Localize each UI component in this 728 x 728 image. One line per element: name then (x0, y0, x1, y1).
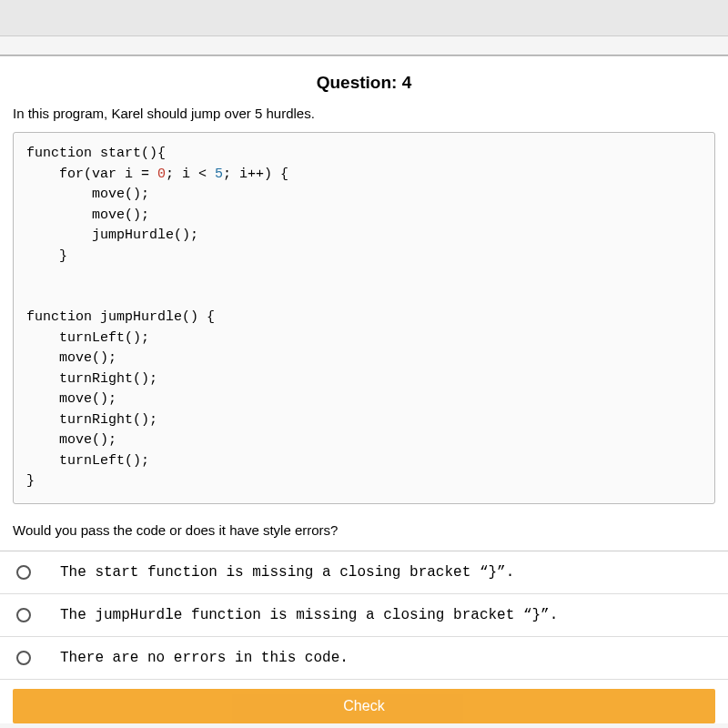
code-line: move(); (26, 187, 149, 202)
question-prompt: In this program, Karel should jump over … (0, 106, 728, 132)
code-line: turnLeft(); (26, 453, 149, 469)
option-label: There are no errors in this code. (60, 650, 349, 666)
radio-icon[interactable] (16, 608, 31, 622)
code-line: for(var i = (26, 167, 157, 182)
options-list: The start function is missing a closing … (0, 551, 728, 680)
radio-icon[interactable] (16, 651, 31, 665)
option-3[interactable]: There are no errors in this code. (0, 637, 728, 680)
check-button[interactable]: Check (13, 689, 715, 723)
option-label: The jumpHurdle function is missing a clo… (60, 607, 558, 623)
code-line: ; i++) { (223, 167, 288, 182)
option-label: The start function is missing a closing … (60, 564, 514, 581)
code-line: move(); (26, 350, 116, 366)
code-line: move(); (26, 207, 149, 223)
code-number-five: 5 (215, 167, 223, 182)
code-line: function jumpHurdle() { (26, 309, 215, 325)
code-line: move(); (26, 391, 116, 407)
code-line: turnRight(); (26, 412, 157, 428)
option-2[interactable]: The jumpHurdle function is missing a clo… (0, 594, 728, 637)
code-number-zero: 0 (157, 167, 166, 182)
code-line: move(); (26, 432, 116, 448)
code-block: function start(){ for(var i = 0; i < 5; … (13, 132, 715, 504)
code-line: turnRight(); (26, 371, 157, 387)
code-line: } (26, 473, 35, 489)
question-title: Question: 4 (0, 56, 728, 106)
question-panel: Question: 4 In this program, Karel shoul… (0, 56, 728, 723)
sub-prompt: Would you pass the code or does it have … (0, 513, 728, 551)
code-line: turnLeft(); (26, 330, 149, 346)
code-line: } (26, 248, 67, 264)
option-1[interactable]: The start function is missing a closing … (0, 551, 728, 594)
code-line: ; i < (166, 167, 215, 182)
radio-icon[interactable] (16, 565, 31, 580)
top-toolbar (0, 0, 728, 36)
code-line: function start(){ (26, 146, 166, 161)
code-line: jumpHurdle(); (26, 228, 198, 243)
